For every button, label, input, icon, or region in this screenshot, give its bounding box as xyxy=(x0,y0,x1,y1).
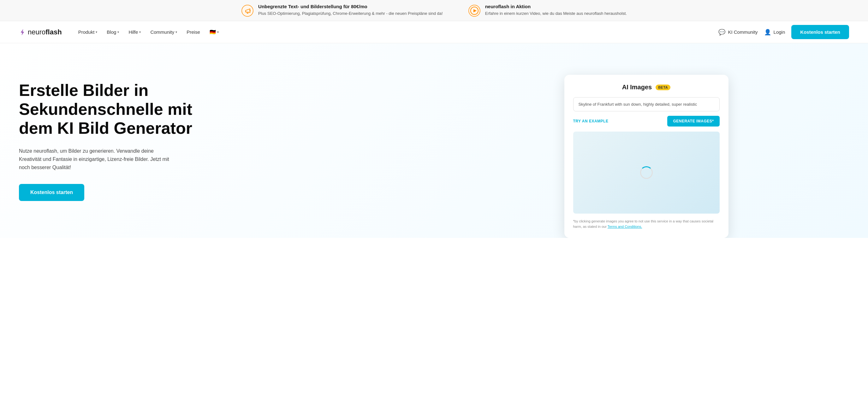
chat-bubble-icon: 💬 xyxy=(718,29,725,36)
navbar-left: neuroflash Produkt ▾ Blog ▾ Hilfe ▾ Comm… xyxy=(19,27,222,37)
ai-images-card: AI Images BETA Skyline of Frankfurt with… xyxy=(564,75,728,238)
logo[interactable]: neuroflash xyxy=(19,28,62,36)
loading-spinner xyxy=(640,166,653,179)
kostenlos-starten-button[interactable]: Kostenlos starten xyxy=(791,25,849,39)
ki-community-button[interactable]: 💬 KI Community xyxy=(718,29,757,36)
chevron-down-icon: ▾ xyxy=(176,30,177,34)
ai-image-area xyxy=(573,132,720,214)
svg-point-0 xyxy=(242,5,253,17)
hero-section: Erstelle Bilder in Sekundenschnelle mit … xyxy=(0,43,868,238)
nav-item-blog[interactable]: Blog ▾ xyxy=(103,27,123,37)
generate-images-button[interactable]: GENERATE IMAGES* xyxy=(667,116,719,127)
beta-badge: BETA xyxy=(656,85,671,90)
flag-icon: 🇩🇪 xyxy=(210,29,216,35)
chevron-down-icon: ▾ xyxy=(117,30,119,34)
svg-point-1 xyxy=(249,10,251,11)
banner-text-2: neuroflash in Aktion Erfahre in einem ku… xyxy=(485,4,627,17)
try-example-link[interactable]: TRY AN EXAMPLE xyxy=(573,119,609,123)
top-banner: Unbegrenzte Text- und Bilderstellung für… xyxy=(0,0,868,21)
hero-left: Erstelle Bilder in Sekundenschnelle mit … xyxy=(19,68,443,201)
hero-title: Erstelle Bilder in Sekundenschnelle mit … xyxy=(19,81,202,137)
chevron-down-icon: ▾ xyxy=(217,30,219,34)
hero-right: AI Images BETA Skyline of Frankfurt with… xyxy=(443,68,849,238)
navbar: neuroflash Produkt ▾ Blog ▾ Hilfe ▾ Comm… xyxy=(0,21,868,43)
nav-item-produkt[interactable]: Produkt ▾ xyxy=(74,27,101,37)
navbar-right: 💬 KI Community 👤 Login Kostenlos starten xyxy=(718,25,849,39)
ai-card-header: AI Images BETA xyxy=(573,84,720,91)
play-circle-icon xyxy=(468,4,481,17)
ai-footer-text: *by clicking generate images you agree t… xyxy=(573,219,720,229)
ai-prompt-input[interactable]: Skyline of Frankfurt with sun down, high… xyxy=(573,97,720,111)
nav-menu: Produkt ▾ Blog ▾ Hilfe ▾ Community ▾ Pre… xyxy=(74,27,222,37)
terms-link[interactable]: Terms and Conditions. xyxy=(608,225,642,228)
logo-text: neuroflash xyxy=(28,28,62,36)
user-icon: 👤 xyxy=(764,29,771,36)
banner-text-1: Unbegrenzte Text- und Bilderstellung für… xyxy=(258,4,443,17)
login-button[interactable]: 👤 Login xyxy=(764,29,785,36)
nav-item-preise[interactable]: Preise xyxy=(183,27,204,37)
hero-subtitle: Nutze neuroflash, um Bilder zu generiere… xyxy=(19,147,170,171)
megaphone-icon xyxy=(241,4,254,17)
chevron-down-icon: ▾ xyxy=(96,30,97,34)
chevron-down-icon: ▾ xyxy=(139,30,141,34)
hero-cta-button[interactable]: Kostenlos starten xyxy=(19,184,84,201)
nav-item-community[interactable]: Community ▾ xyxy=(147,27,181,37)
banner-item-1: Unbegrenzte Text- und Bilderstellung für… xyxy=(241,4,443,17)
nav-item-hilfe[interactable]: Hilfe ▾ xyxy=(125,27,145,37)
banner-item-2: neuroflash in Aktion Erfahre in einem ku… xyxy=(468,4,627,17)
nav-item-language[interactable]: 🇩🇪 ▾ xyxy=(206,27,222,37)
logo-bolt-icon xyxy=(19,29,26,36)
ai-actions-row: TRY AN EXAMPLE GENERATE IMAGES* xyxy=(573,116,720,127)
ai-card-title: AI Images xyxy=(622,84,652,91)
